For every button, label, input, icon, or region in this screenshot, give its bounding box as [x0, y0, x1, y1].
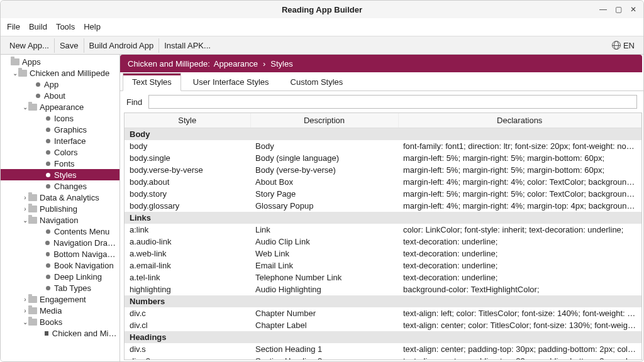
tree-item[interactable]: Icons	[1, 112, 119, 124]
tree-item[interactable]: ⌄Navigation	[1, 214, 119, 226]
cell-style: a:link	[125, 224, 250, 236]
tree-item[interactable]: Contents Menu	[1, 226, 119, 237]
cell-declarations: text-align: left; color: TitlesColor; fo…	[398, 307, 641, 319]
bullet-icon	[46, 263, 50, 268]
find-input[interactable]	[148, 95, 637, 109]
tree-item-label: Navigation	[40, 216, 78, 225]
new-app-button[interactable]: New App...	[4, 38, 55, 53]
chevron-right-icon[interactable]: ›	[22, 307, 28, 314]
col-style[interactable]: Style	[125, 113, 250, 128]
tab-ui-styles[interactable]: User Interface Styles	[184, 73, 279, 91]
table-row[interactable]: bodyBodyfont-family: font1; direction: l…	[125, 140, 641, 152]
tree-item[interactable]: Changes	[1, 180, 119, 192]
folder-icon	[11, 58, 19, 65]
tree-item[interactable]: Bottom Navigation	[1, 248, 119, 260]
bullet-icon	[46, 150, 50, 155]
table-row[interactable]: div.cChapter Numbertext-align: left; col…	[125, 307, 641, 319]
tree-item[interactable]: Apps	[1, 56, 119, 67]
maximize-button[interactable]: ▢	[612, 3, 625, 16]
tree-item[interactable]: Navigation Drawer	[1, 237, 119, 248]
tree-item[interactable]: App	[1, 79, 119, 90]
tree-item[interactable]: ⌄Appearance	[1, 101, 119, 112]
table-row[interactable]: body.aboutAbout Boxmargin-left: 4%; marg…	[125, 176, 641, 188]
tab-custom-styles[interactable]: Custom Styles	[281, 73, 353, 91]
tree-item[interactable]: Book Navigation	[1, 260, 119, 271]
col-declarations[interactable]: Declarations	[398, 113, 641, 128]
table-row[interactable]: a.web-linkWeb Linktext-decoration: under…	[125, 248, 641, 260]
language-button[interactable]: EN	[607, 38, 640, 53]
tree-item[interactable]: ⌄Books	[1, 316, 119, 327]
chevron-right-icon[interactable]: ›	[22, 296, 28, 303]
cell-description: Section Heading 1	[250, 343, 398, 355]
project-tree[interactable]: Apps⌄Chicken and MillipedeAppAbout⌄Appea…	[1, 55, 120, 361]
save-button[interactable]: Save	[55, 38, 84, 53]
styles-table[interactable]: Style Description Declarations BodybodyB…	[125, 113, 641, 359]
document-icon	[45, 331, 48, 336]
cell-style: a.web-link	[125, 248, 250, 260]
menu-build[interactable]: Build	[29, 22, 47, 31]
close-button[interactable]: ✕	[627, 3, 640, 16]
minimize-button[interactable]: —	[597, 3, 609, 16]
tree-item-label: Deep Linking	[54, 272, 102, 282]
table-row[interactable]: div.sSection Heading 1text-align: center…	[125, 343, 641, 355]
tree-item[interactable]: Deep Linking	[1, 271, 119, 282]
chevron-down-icon[interactable]: ⌄	[22, 319, 28, 326]
chevron-right-icon: ›	[263, 59, 265, 69]
build-android-button[interactable]: Build Android App	[84, 38, 160, 53]
table-row[interactable]: body.singleBody (single language)margin-…	[125, 152, 641, 164]
chevron-right-icon[interactable]: ›	[22, 194, 28, 201]
table-row[interactable]: a:linkLinkcolor: LinkColor; font-style: …	[125, 224, 641, 236]
table-row[interactable]: div.s2Section Heading 2text-align: cente…	[125, 355, 641, 359]
breadcrumb-section[interactable]: Appearance	[214, 59, 258, 69]
bullet-icon	[36, 82, 40, 87]
tree-item[interactable]: ›Data & Analytics	[1, 192, 119, 203]
bullet-icon	[46, 173, 50, 177]
menu-file[interactable]: File	[7, 22, 20, 31]
table-row[interactable]: a.email-linkEmail Linktext-decoration: u…	[125, 260, 641, 272]
cell-style: a.tel-link	[125, 272, 250, 283]
cell-style: body.about	[125, 176, 250, 188]
tree-item[interactable]: ›Media	[1, 305, 119, 316]
tree-item[interactable]: ›Engagement	[1, 293, 119, 305]
table-row[interactable]: body.storyStory Pagemargin-left: 5%; mar…	[125, 188, 641, 200]
tree-item[interactable]: About	[1, 90, 119, 101]
tree-item-label: Engagement	[40, 295, 86, 304]
cell-description: Web Link	[250, 248, 398, 260]
table-row[interactable]: body.glossaryGlossary Popupmargin-left: …	[125, 200, 641, 212]
cell-description: Body (verse-by-verse)	[250, 164, 398, 176]
cell-style: body.verse-by-verse	[125, 164, 250, 176]
tree-item[interactable]: Interface	[1, 135, 119, 146]
tree-item[interactable]: Tab Types	[1, 282, 119, 293]
table-row[interactable]: div.clChapter Labeltext-align: center; c…	[125, 319, 641, 331]
tree-item[interactable]: Fonts	[1, 158, 119, 169]
tree-item[interactable]: Graphics	[1, 124, 119, 135]
menubar: File Build Tools Help	[1, 18, 643, 36]
table-row[interactable]: a.audio-linkAudio Clip Linktext-decorati…	[125, 236, 641, 248]
tree-item-label: Graphics	[54, 125, 87, 134]
tree-item-label: Fonts	[54, 159, 75, 168]
chevron-right-icon[interactable]: ›	[22, 206, 28, 212]
chevron-down-icon[interactable]: ⌄	[12, 70, 18, 77]
tree-item[interactable]: ⌄Chicken and Millipede	[1, 67, 119, 79]
menu-help[interactable]: Help	[84, 22, 101, 31]
tree-item-label: Chicken and Millipede	[30, 69, 109, 78]
install-apk-button[interactable]: Install APK...	[159, 38, 216, 53]
tree-item[interactable]: Chicken and Millipede	[1, 327, 119, 339]
chevron-down-icon[interactable]: ⌄	[22, 104, 28, 111]
tree-item[interactable]: ›Publishing	[1, 203, 119, 214]
cell-declarations: margin-left: 5%; margin-right: 5%; color…	[398, 188, 641, 200]
col-description[interactable]: Description	[250, 113, 398, 128]
tree-item[interactable]: Styles	[1, 169, 119, 180]
tree-item[interactable]: Colors	[1, 146, 119, 158]
cell-declarations: text-align: center; color: TitlesColor; …	[398, 319, 641, 331]
table-row[interactable]: highlightingAudio Highlightingbackground…	[125, 283, 641, 295]
table-row[interactable]: body.verse-by-verseBody (verse-by-verse)…	[125, 164, 641, 176]
tree-item-label: Styles	[54, 170, 76, 180]
chevron-down-icon[interactable]: ⌄	[22, 217, 28, 224]
tree-item-label: Colors	[54, 148, 78, 157]
tree-item-label: Books	[40, 317, 62, 327]
menu-tools[interactable]: Tools	[56, 22, 75, 31]
breadcrumb-page[interactable]: Styles	[270, 59, 292, 69]
tab-text-styles[interactable]: Text Styles	[123, 73, 181, 91]
table-row[interactable]: a.tel-linkTelephone Number Linktext-deco…	[125, 272, 641, 283]
